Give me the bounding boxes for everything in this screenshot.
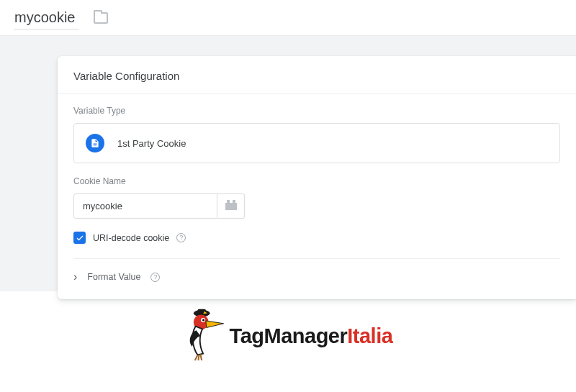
chevron-right-icon: ›	[73, 270, 77, 283]
format-value-label: Format Value	[87, 272, 140, 282]
cookie-name-label: Cookie Name	[73, 176, 560, 186]
woodpecker-logo-icon	[184, 307, 225, 365]
card-body: Variable Type 1st Party Cookie Cookie Na…	[58, 94, 576, 299]
variable-type-selector[interactable]: 1st Party Cookie	[73, 123, 560, 163]
card-title: Variable Configuration	[58, 56, 576, 94]
help-icon[interactable]: ?	[150, 273, 160, 282]
insert-variable-button[interactable]	[217, 193, 245, 219]
uri-decode-label: URI-decode cookie	[93, 233, 169, 243]
help-icon[interactable]: ?	[176, 233, 186, 242]
cookie-name-input[interactable]	[73, 193, 217, 219]
brick-icon	[225, 203, 237, 210]
cookie-type-icon	[86, 134, 104, 152]
uri-decode-row: URI-decode cookie ?	[73, 232, 560, 244]
divider	[73, 258, 560, 259]
variable-name-input[interactable]	[14, 6, 79, 29]
folder-icon[interactable]	[94, 12, 108, 24]
variable-type-name: 1st Party Cookie	[117, 138, 186, 149]
brand-text: TagManagerItalia	[230, 324, 393, 348]
brand-part-2: Italia	[347, 324, 392, 347]
format-value-toggle[interactable]: › Format Value ?	[73, 270, 560, 292]
footer-branding: TagManagerItalia	[0, 291, 576, 365]
workspace-area: Variable Configuration Variable Type 1st…	[0, 36, 576, 291]
brand-part-1: TagManager	[230, 324, 348, 347]
variable-type-label: Variable Type	[73, 106, 560, 116]
uri-decode-checkbox[interactable]	[73, 232, 86, 244]
page-header	[0, 0, 576, 36]
variable-config-card: Variable Configuration Variable Type 1st…	[58, 56, 576, 299]
cookie-name-row	[73, 193, 560, 219]
svg-point-4	[202, 319, 204, 322]
